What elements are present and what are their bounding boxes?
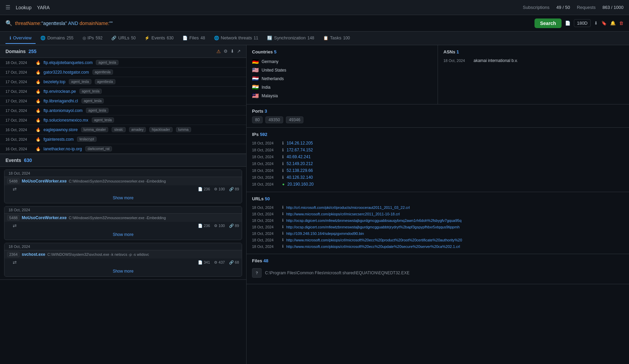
export-icon[interactable]: ⬇ xyxy=(230,49,234,54)
flag-icon: 🇳🇱 xyxy=(252,75,259,82)
show-more-button[interactable]: Show more xyxy=(4,193,242,203)
lookup-nav[interactable]: Lookup xyxy=(16,5,32,10)
tab-domains[interactable]: 🌐 Domains 255 xyxy=(36,33,77,44)
tab-files[interactable]: 📄 Files 48 xyxy=(178,33,209,44)
right-panel: Countries 5 🇩🇪 Germany 🇺🇸 United States … xyxy=(247,45,629,364)
url-value[interactable]: http://crl.microsoft.com/pki/crl/product… xyxy=(286,205,624,210)
url-value[interactable]: http://109.248.150.164/sdepqzgxmmdod90.b… xyxy=(286,231,624,236)
domain-date: 17 Oct, 2024 xyxy=(5,70,33,74)
domain-row: 17 Oct, 2024 🔥 ftp.libreriagandhi.cl age… xyxy=(0,96,246,106)
show-more-button[interactable]: Show more xyxy=(4,266,242,276)
domain-name[interactable]: ftp.solucionesmexico.mx xyxy=(43,118,88,123)
events-section: Events 630 18 Oct, 2024 5488 MoUsoCoreWo… xyxy=(0,154,246,280)
download-icon[interactable]: ⬇ xyxy=(594,21,598,26)
tab-overview-label: Overview xyxy=(13,35,32,40)
url-value[interactable]: http://www.microsoft.com/pkiops/crl/micr… xyxy=(286,238,624,242)
search-button[interactable]: Search xyxy=(534,18,562,28)
yara-nav[interactable]: YARA xyxy=(37,5,50,10)
event-pid: 2364 xyxy=(7,252,20,257)
domain-row: 17 Oct, 2024 🔥 ftp.solucionesmexico.mx a… xyxy=(0,115,246,125)
bookmark-icon[interactable]: 🔖 xyxy=(601,21,607,26)
info-icon: ℹ xyxy=(282,168,284,173)
event-process[interactable]: MoUsoCoreWorker.exe xyxy=(22,215,66,220)
search-query[interactable]: threatName:"agenttesla" AND domainName:"… xyxy=(15,21,532,26)
domain-tag: amadey xyxy=(129,127,146,132)
ip-address[interactable]: 52.149.20.212 xyxy=(287,161,313,166)
tab-urls[interactable]: 🔗 URLs 50 xyxy=(107,33,140,44)
ips-icon: ◎ xyxy=(83,36,86,40)
event-process[interactable]: svchost.exe xyxy=(22,252,45,257)
ip-date: 18 Oct, 2024 xyxy=(252,182,279,186)
ip-address[interactable]: 172.67.74.152 xyxy=(287,148,313,152)
notification-icon[interactable]: 🔔 xyxy=(610,21,616,26)
tab-tasks-count: 100 xyxy=(343,36,350,40)
domain-date: 17 Oct, 2024 xyxy=(5,109,33,113)
domain-name[interactable]: ftp.elquijotebanquetes.com xyxy=(43,60,92,65)
domain-name[interactable]: ftp.enviroclean.pe xyxy=(43,89,76,94)
tab-events[interactable]: ⚡ Events 630 xyxy=(140,33,178,44)
url-value[interactable]: http://www.microsoft.com/pkiops/crl/mics… xyxy=(286,212,624,216)
countries-section-title: Countries 5 xyxy=(252,49,432,54)
ip-address[interactable]: 20.190.160.20 xyxy=(287,182,314,187)
event-stats: 📄 341 ⚙ 437 🔗 68 xyxy=(198,260,239,265)
domain-name[interactable]: bezelety.top xyxy=(43,79,65,84)
ip-address[interactable]: 104.26.12.205 xyxy=(287,141,313,146)
url-value[interactable]: http://ocsp.digicert.com/mfewtzbnmeswsta… xyxy=(286,225,624,229)
ip-address[interactable]: 40.69.42.241 xyxy=(287,154,311,159)
fire-icon: 🔥 xyxy=(36,70,41,75)
asn-name: akamai international b.v. xyxy=(474,58,518,63)
main-content: Domains 255 ⚠ ⚙ ⬇ ↗ 18 Oct, 2024 🔥 ftp.e… xyxy=(0,45,629,364)
domain-date: 17 Oct, 2024 xyxy=(5,89,33,93)
tab-ips[interactable]: ◎ IPs 592 xyxy=(78,33,107,44)
domain-tag: agent_tesla xyxy=(92,117,114,123)
domain-tag: agent_tesla xyxy=(96,60,118,65)
domain-tag: darkcomet_rat xyxy=(85,146,112,151)
domain-name[interactable]: lanethacker.no-ip.org xyxy=(43,147,82,151)
expand-icon[interactable]: ↗ xyxy=(237,49,241,54)
ips-count: 592 xyxy=(260,132,267,137)
url-date: 18 Oct, 2024 xyxy=(252,205,279,210)
ip-date: 18 Oct, 2024 xyxy=(252,168,279,173)
tab-network-threats[interactable]: 🌐 Network threats 11 xyxy=(210,33,262,44)
domain-name[interactable]: ftp.libreriagandhi.cl xyxy=(43,99,78,103)
event-stats: 📄 236 ⚙ 100 🔗 89 xyxy=(198,187,239,191)
url-value[interactable]: http://www.microsoft.com/pkiops/crl/micr… xyxy=(286,244,624,249)
doc-icon[interactable]: 📄 xyxy=(565,21,570,26)
domain-tag: lumma_stealer xyxy=(81,127,109,132)
asn-date: 18 Oct, 2024 xyxy=(443,59,471,63)
url-row: 18 Oct, 2024 ℹ http://ocsp.digicert.com/… xyxy=(252,217,624,224)
tab-events-label: Events xyxy=(151,35,165,40)
event-date: 18 Oct, 2024 xyxy=(4,206,242,213)
domains-section: Domains 255 ⚠ ⚙ ⬇ ↗ 18 Oct, 2024 🔥 ftp.e… xyxy=(0,45,246,154)
event-stat-network: 🔗 89 xyxy=(229,187,239,191)
menu-icon[interactable]: ☰ xyxy=(5,4,10,11)
url-info-icon: ℹ xyxy=(282,218,284,223)
url-date: 18 Oct, 2024 xyxy=(252,244,279,249)
tab-overview[interactable]: ℹ Overview xyxy=(5,33,36,44)
tab-sync[interactable]: 🔄 Synchronization 148 xyxy=(263,33,318,44)
domain-date: 17 Oct, 2024 xyxy=(5,80,33,84)
domain-name[interactable]: fgainterests.com xyxy=(43,137,74,142)
events-section-count: 630 xyxy=(24,158,32,163)
domain-name[interactable]: gator3220.hostgator.com xyxy=(43,70,89,75)
time-range-badge[interactable]: 180D xyxy=(574,19,591,27)
filter-icon[interactable]: ⚙ xyxy=(224,49,228,54)
country-name: Germany xyxy=(262,59,278,64)
domain-name[interactable]: eaglepawnoy.store xyxy=(43,127,78,132)
domain-date: 18 Oct, 2024 xyxy=(5,61,33,65)
ip-address[interactable]: 40.126.32.140 xyxy=(287,175,313,180)
event-stat-files: 📄 236 xyxy=(198,224,210,228)
event-process[interactable]: MoUsoCoreWorker.exe xyxy=(22,179,66,184)
url-value[interactable]: http://ocsp.digicert.com/mfewtzbnmeswsta… xyxy=(286,218,624,223)
country-row: 🇳🇱 Netherlands xyxy=(252,74,432,83)
show-more-button[interactable]: Show more xyxy=(4,229,242,240)
url-row: 18 Oct, 2024 ℹ http://109.248.150.164/sd… xyxy=(252,230,624,237)
domain-name[interactable]: ftp.antoniomayol.com xyxy=(43,108,83,113)
event-stat-threads: ⚙ 100 xyxy=(214,224,225,228)
delete-icon[interactable]: 🗑 xyxy=(619,21,624,26)
url-info-icon: ℹ xyxy=(282,212,284,216)
flag-icon: 🇩🇪 xyxy=(252,58,259,65)
event-stat-threads: ⚙ 437 xyxy=(214,260,225,265)
ip-address[interactable]: 52.138.229.66 xyxy=(287,168,313,173)
tab-tasks[interactable]: 📋 Tasks 100 xyxy=(319,33,354,44)
